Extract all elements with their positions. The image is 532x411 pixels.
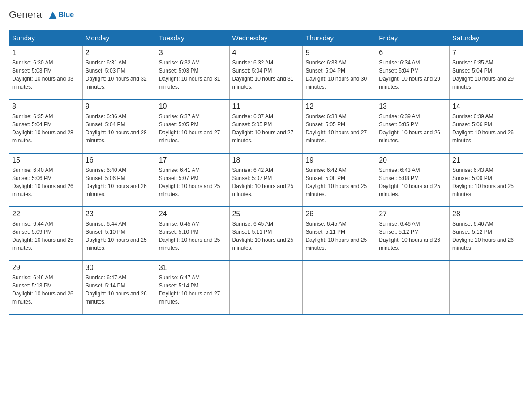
calendar-cell: 21 Sunrise: 6:43 AMSunset: 5:09 PMDaylig… bbox=[450, 153, 523, 207]
day-info: Sunrise: 6:45 AMSunset: 5:11 PMDaylight:… bbox=[305, 221, 367, 251]
calendar-cell: 1 Sunrise: 6:30 AMSunset: 5:03 PMDayligh… bbox=[9, 46, 83, 99]
day-info: Sunrise: 6:42 AMSunset: 5:07 PMDaylight:… bbox=[232, 167, 294, 197]
day-info: Sunrise: 6:45 AMSunset: 5:11 PMDaylight:… bbox=[232, 221, 294, 251]
calendar-cell: 30 Sunrise: 6:47 AMSunset: 5:14 PMDaylig… bbox=[82, 261, 156, 314]
day-info: Sunrise: 6:36 AMSunset: 5:04 PMDaylight:… bbox=[86, 113, 147, 144]
day-number: 15 bbox=[12, 156, 80, 164]
calendar-cell: 31 Sunrise: 6:47 AMSunset: 5:14 PMDaylig… bbox=[156, 261, 229, 314]
day-number: 25 bbox=[232, 210, 300, 218]
day-number: 27 bbox=[379, 210, 446, 218]
day-number: 12 bbox=[305, 103, 373, 111]
calendar-cell: 6 Sunrise: 6:34 AMSunset: 5:04 PMDayligh… bbox=[376, 46, 450, 99]
day-info: Sunrise: 6:40 AMSunset: 5:06 PMDaylight:… bbox=[12, 167, 73, 197]
logo-text-general: General bbox=[9, 9, 58, 21]
calendar-cell: 7 Sunrise: 6:35 AMSunset: 5:04 PMDayligh… bbox=[450, 46, 523, 99]
calendar-week-row: 29 Sunrise: 6:46 AMSunset: 5:13 PMDaylig… bbox=[9, 261, 523, 314]
day-number: 13 bbox=[379, 103, 446, 111]
calendar-cell: 16 Sunrise: 6:40 AMSunset: 5:06 PMDaylig… bbox=[82, 153, 156, 207]
column-header-friday: Friday bbox=[376, 30, 450, 46]
calendar-week-row: 1 Sunrise: 6:30 AMSunset: 5:03 PMDayligh… bbox=[9, 46, 523, 99]
calendar-cell: 29 Sunrise: 6:46 AMSunset: 5:13 PMDaylig… bbox=[9, 261, 83, 314]
day-info: Sunrise: 6:45 AMSunset: 5:10 PMDaylight:… bbox=[159, 221, 220, 251]
calendar-cell: 26 Sunrise: 6:45 AMSunset: 5:11 PMDaylig… bbox=[303, 207, 376, 261]
logo-text-blue: Blue bbox=[58, 11, 74, 19]
day-number: 24 bbox=[159, 210, 227, 218]
calendar-cell: 14 Sunrise: 6:39 AMSunset: 5:06 PMDaylig… bbox=[450, 99, 523, 153]
column-header-tuesday: Tuesday bbox=[156, 30, 229, 46]
day-info: Sunrise: 6:46 AMSunset: 5:12 PMDaylight:… bbox=[379, 221, 440, 251]
day-info: Sunrise: 6:47 AMSunset: 5:14 PMDaylight:… bbox=[159, 274, 220, 305]
day-number: 22 bbox=[12, 210, 80, 218]
day-info: Sunrise: 6:35 AMSunset: 5:04 PMDaylight:… bbox=[452, 60, 514, 90]
calendar-week-row: 22 Sunrise: 6:44 AMSunset: 5:09 PMDaylig… bbox=[9, 207, 523, 261]
calendar-cell bbox=[450, 261, 523, 314]
day-number: 28 bbox=[452, 210, 520, 218]
day-number: 9 bbox=[86, 103, 153, 111]
day-number: 19 bbox=[305, 156, 373, 164]
column-header-wednesday: Wednesday bbox=[229, 30, 303, 46]
calendar-cell: 10 Sunrise: 6:37 AMSunset: 5:05 PMDaylig… bbox=[156, 99, 229, 153]
day-info: Sunrise: 6:42 AMSunset: 5:08 PMDaylight:… bbox=[305, 167, 367, 197]
calendar-cell: 23 Sunrise: 6:44 AMSunset: 5:10 PMDaylig… bbox=[82, 207, 156, 261]
day-number: 30 bbox=[86, 264, 153, 272]
column-header-monday: Monday bbox=[82, 30, 156, 46]
calendar-cell: 25 Sunrise: 6:45 AMSunset: 5:11 PMDaylig… bbox=[229, 207, 303, 261]
logo: General Blue bbox=[9, 9, 74, 21]
day-info: Sunrise: 6:37 AMSunset: 5:05 PMDaylight:… bbox=[159, 113, 220, 144]
day-number: 29 bbox=[12, 264, 80, 272]
day-info: Sunrise: 6:32 AMSunset: 5:03 PMDaylight:… bbox=[159, 60, 220, 90]
day-info: Sunrise: 6:44 AMSunset: 5:09 PMDaylight:… bbox=[12, 221, 73, 251]
calendar-week-row: 8 Sunrise: 6:35 AMSunset: 5:04 PMDayligh… bbox=[9, 99, 523, 153]
day-info: Sunrise: 6:39 AMSunset: 5:05 PMDaylight:… bbox=[379, 113, 440, 144]
calendar-cell: 12 Sunrise: 6:38 AMSunset: 5:05 PMDaylig… bbox=[303, 99, 376, 153]
calendar-cell: 2 Sunrise: 6:31 AMSunset: 5:03 PMDayligh… bbox=[82, 46, 156, 99]
day-number: 4 bbox=[232, 49, 300, 57]
day-number: 7 bbox=[452, 49, 520, 57]
calendar-cell: 18 Sunrise: 6:42 AMSunset: 5:07 PMDaylig… bbox=[229, 153, 303, 207]
calendar-cell: 17 Sunrise: 6:41 AMSunset: 5:07 PMDaylig… bbox=[156, 153, 229, 207]
day-number: 23 bbox=[86, 210, 153, 218]
calendar-cell: 11 Sunrise: 6:37 AMSunset: 5:05 PMDaylig… bbox=[229, 99, 303, 153]
day-number: 26 bbox=[305, 210, 373, 218]
calendar-table: SundayMondayTuesdayWednesdayThursdayFrid… bbox=[9, 30, 523, 315]
day-number: 3 bbox=[159, 49, 227, 57]
day-number: 6 bbox=[379, 49, 446, 57]
calendar-cell: 28 Sunrise: 6:46 AMSunset: 5:12 PMDaylig… bbox=[450, 207, 523, 261]
calendar-week-row: 15 Sunrise: 6:40 AMSunset: 5:06 PMDaylig… bbox=[9, 153, 523, 207]
calendar-cell: 20 Sunrise: 6:43 AMSunset: 5:08 PMDaylig… bbox=[376, 153, 450, 207]
page-header: General Blue bbox=[9, 9, 523, 21]
calendar-cell: 5 Sunrise: 6:33 AMSunset: 5:04 PMDayligh… bbox=[303, 46, 376, 99]
calendar-cell: 9 Sunrise: 6:36 AMSunset: 5:04 PMDayligh… bbox=[82, 99, 156, 153]
day-info: Sunrise: 6:30 AMSunset: 5:03 PMDaylight:… bbox=[12, 60, 73, 90]
calendar-cell: 3 Sunrise: 6:32 AMSunset: 5:03 PMDayligh… bbox=[156, 46, 229, 99]
day-number: 10 bbox=[159, 103, 227, 111]
day-number: 8 bbox=[12, 103, 80, 111]
day-number: 2 bbox=[86, 49, 153, 57]
day-number: 31 bbox=[159, 264, 227, 272]
day-number: 14 bbox=[452, 103, 520, 111]
calendar-cell: 22 Sunrise: 6:44 AMSunset: 5:09 PMDaylig… bbox=[9, 207, 83, 261]
day-info: Sunrise: 6:46 AMSunset: 5:12 PMDaylight:… bbox=[452, 221, 514, 251]
day-info: Sunrise: 6:39 AMSunset: 5:06 PMDaylight:… bbox=[452, 113, 514, 144]
day-info: Sunrise: 6:47 AMSunset: 5:14 PMDaylight:… bbox=[86, 274, 147, 305]
day-info: Sunrise: 6:37 AMSunset: 5:05 PMDaylight:… bbox=[232, 113, 294, 144]
calendar-cell: 8 Sunrise: 6:35 AMSunset: 5:04 PMDayligh… bbox=[9, 99, 83, 153]
day-info: Sunrise: 6:31 AMSunset: 5:03 PMDaylight:… bbox=[86, 60, 147, 90]
day-number: 21 bbox=[452, 156, 520, 164]
day-number: 11 bbox=[232, 103, 300, 111]
calendar-cell bbox=[376, 261, 450, 314]
calendar-cell: 15 Sunrise: 6:40 AMSunset: 5:06 PMDaylig… bbox=[9, 153, 83, 207]
calendar-cell: 24 Sunrise: 6:45 AMSunset: 5:10 PMDaylig… bbox=[156, 207, 229, 261]
column-header-thursday: Thursday bbox=[303, 30, 376, 46]
day-info: Sunrise: 6:43 AMSunset: 5:09 PMDaylight:… bbox=[452, 167, 514, 197]
calendar-cell: 19 Sunrise: 6:42 AMSunset: 5:08 PMDaylig… bbox=[303, 153, 376, 207]
calendar-header-row: SundayMondayTuesdayWednesdayThursdayFrid… bbox=[9, 30, 523, 46]
day-info: Sunrise: 6:46 AMSunset: 5:13 PMDaylight:… bbox=[12, 274, 73, 305]
day-info: Sunrise: 6:40 AMSunset: 5:06 PMDaylight:… bbox=[86, 167, 147, 197]
logo-icon bbox=[47, 10, 58, 21]
day-info: Sunrise: 6:34 AMSunset: 5:04 PMDaylight:… bbox=[379, 60, 440, 90]
day-info: Sunrise: 6:35 AMSunset: 5:04 PMDaylight:… bbox=[12, 113, 73, 144]
calendar-cell: 4 Sunrise: 6:32 AMSunset: 5:04 PMDayligh… bbox=[229, 46, 303, 99]
calendar-cell: 13 Sunrise: 6:39 AMSunset: 5:05 PMDaylig… bbox=[376, 99, 450, 153]
day-number: 20 bbox=[379, 156, 446, 164]
